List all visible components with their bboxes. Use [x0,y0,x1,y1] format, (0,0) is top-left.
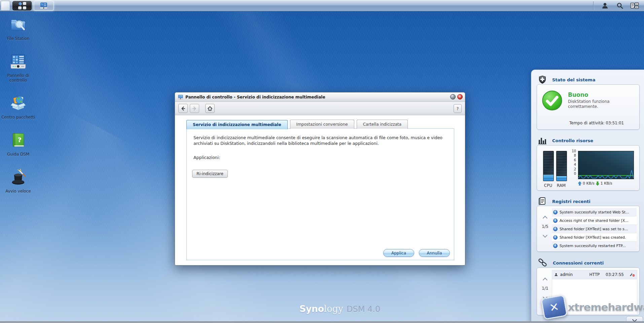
window-titlebar[interactable]: Pannello di controllo - Servizio di indi… [175,92,465,102]
desktop-icon-control-panel[interactable]: Pannello di controllo [0,53,36,83]
uptime-text: Tempo di attività: 03:51:01 [569,121,624,125]
minimize-button[interactable] [450,94,456,99]
ram-label: RAM [556,183,567,188]
dsm-version: DSM 4.0 [347,305,380,314]
desktop-icon-file-station[interactable]: File Station [0,16,36,41]
tab-indexed-folder[interactable]: Cartella indicizzata [357,120,408,129]
help-button[interactable]: ? [454,104,462,113]
system-status-header: Stato del sistema [538,75,595,84]
log-row[interactable]: System successfully restarted FTP... [552,242,637,250]
system-status-panel: Buono DiskStation funziona correttamente… [537,84,640,130]
apply-button[interactable]: Applica [383,249,414,257]
download-arrow-icon [596,181,599,186]
widget-title: Connessioni correnti [553,260,604,266]
window-control-panel-icon [178,94,183,100]
info-icon [553,210,558,214]
upload-value: 0 KB/s [583,181,595,186]
quick-start-icon [10,169,27,186]
user-icon [554,273,558,277]
desktop-icon-label: Centro pacchetti [0,115,36,120]
taskbar-item-control-panel[interactable] [34,1,54,11]
user-icon [601,2,609,9]
package-center-icon [10,95,27,112]
desktop-icon-label: Avvio veloce [0,189,36,194]
user-account-button[interactable] [598,1,612,10]
status-good-check-icon [542,90,563,111]
resource-monitor-header: Controllo risorse [538,136,593,145]
recent-logs-panel: 1/5 System successfully started Web St..… [537,206,640,252]
window-body: Servizio di indicizzazione multimediale … [175,115,465,265]
logs-page-up-button[interactable] [543,216,547,220]
connections-page-up-button[interactable] [543,278,547,282]
window-toolbar: ? [175,102,465,115]
tab-content-panel: Servizio di indicizzazione multimediale … [186,128,454,260]
network-legend: 0 KB/s 1 KB/s [578,181,612,186]
logs-pager: 1/5 [540,215,550,238]
current-connections-header: Connessioni correnti [538,258,604,267]
connections-pager: 1/1 [540,277,550,300]
reindex-button[interactable]: Ri-indicizzare [192,170,228,178]
tab-media-indexing-service[interactable]: Servizio di indicizzazione multimediale [186,120,288,129]
cpu-label: CPU [543,183,553,188]
home-icon [207,106,213,111]
log-list: System successfully started Web St... Ac… [552,208,637,250]
resource-monitor-panel: CPU RAM 10 8 6 4 2 0 0 KB/s 1 KB/s [537,145,640,191]
connection-row[interactable]: admin HTTP 03:27:55 [552,270,637,279]
system-health-sidebar: Stato del sistema Buono DiskStation funz… [531,70,644,323]
cancel-button[interactable]: Annulla [419,249,450,257]
info-icon [553,235,558,240]
search-icon [616,2,623,9]
current-connections-panel: 1/1 admin HTTP 03:27:55 [537,268,640,315]
desktop-icon-label: Pannello di controllo [0,73,36,83]
ram-meter [556,151,567,181]
log-row[interactable]: Access right of the shared folder [X... [552,216,637,225]
chain-link-icon [538,258,547,267]
window-title: Pannello di controllo - Servizio di indi… [185,95,325,99]
forward-button[interactable] [190,104,199,113]
connection-list: admin HTTP 03:27:55 [552,270,637,314]
tab-bar: Servizio di indicizzazione multimediale … [186,120,408,129]
desktop-icon-label: Guida DSM [0,152,36,157]
widget-title: Controllo risorse [552,138,593,143]
forward-arrow-icon [192,106,197,111]
taskbar [0,0,644,11]
pilot-view-icon [630,2,639,9]
network-graph-yticks: 10 8 6 4 2 0 [569,149,576,176]
bar-chart-icon [538,136,547,145]
status-value: Buono [568,91,618,98]
info-icon [553,218,558,223]
shield-icon [538,75,547,84]
log-row[interactable]: System successfully started Web St... [552,208,637,216]
desktop-icon-label: File Station [0,36,36,41]
cpu-meter [543,151,554,181]
logs-page-indicator: 1/5 [540,224,550,229]
log-document-icon [538,197,547,206]
log-row[interactable]: Shared folder [XHTest] was created. [552,233,637,242]
search-button[interactable] [612,1,627,10]
screen-bottom-edge [0,321,644,323]
show-desktop-button[interactable] [1,1,10,11]
back-button[interactable] [178,104,188,113]
connections-page-down-button[interactable] [543,295,547,299]
disconnect-icon[interactable] [629,272,635,277]
control-panel-icon [40,2,48,9]
synology-logo: SynologyDSM 4.0 [283,304,397,314]
file-station-icon [10,16,27,33]
status-message: DiskStation funziona correttamente. [568,99,618,109]
info-icon [553,227,558,231]
logs-page-down-button[interactable] [543,233,547,238]
network-graph [578,151,634,179]
close-button[interactable] [457,94,463,99]
log-row[interactable]: Shared folder [XHTest] was set to s... [552,225,637,233]
desktop-icon-dsm-help[interactable]: ? Guida DSM [0,132,36,157]
service-description: Servizio di indicizzazione multimediale … [187,129,451,146]
desktop-icon-package-center[interactable]: Centro pacchetti [0,95,36,120]
tab-conversion-settings[interactable]: Impostazioni conversione [290,120,354,129]
desktop-icon-column: File Station Pannello di controllo [0,16,36,206]
desktop-icon-quick-start[interactable]: Avvio veloce [0,169,36,194]
main-menu-icon [18,2,26,9]
brand-text: Syno [299,304,324,314]
home-button[interactable] [205,104,215,113]
main-menu-button[interactable] [12,1,32,10]
pilot-view-button[interactable] [627,1,642,10]
